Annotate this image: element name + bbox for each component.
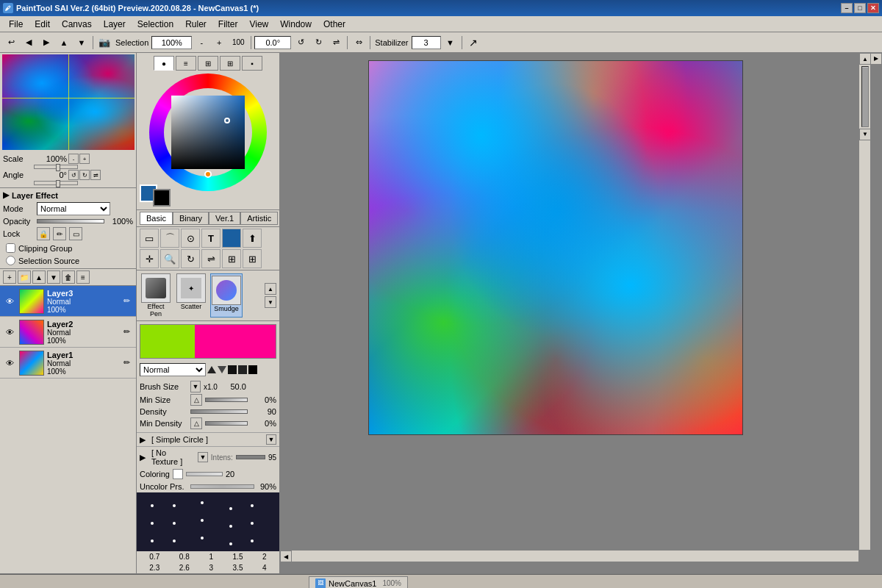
- angle-input[interactable]: [254, 36, 291, 49]
- scale-minus[interactable]: -: [68, 154, 79, 164]
- background-color[interactable]: [153, 189, 171, 207]
- layer-options-btn[interactable]: ≡: [76, 270, 90, 284]
- shape-triangle-down[interactable]: [218, 366, 226, 373]
- new-folder-btn[interactable]: 📁: [18, 270, 31, 284]
- layer-effect-header[interactable]: ▶ Layer Effect: [3, 190, 133, 201]
- close-button[interactable]: ✕: [867, 3, 879, 13]
- tab-newcanvas1[interactable]: 🖼 NewCanvas1 100%: [309, 576, 408, 588]
- h-scroll-left2[interactable]: ◀: [280, 551, 292, 562]
- brush-type-scatter[interactable]: ✦ Scatter: [175, 273, 207, 318]
- layer2-eye[interactable]: 👁: [3, 326, 16, 339]
- texture-dropdown[interactable]: ▼: [198, 452, 208, 462]
- tool-rotate[interactable]: ↻: [181, 249, 200, 268]
- selection-source-radio[interactable]: [6, 256, 15, 265]
- color-tab-swatches[interactable]: ⊞: [220, 56, 240, 71]
- layer2-pen[interactable]: ✏: [120, 326, 133, 339]
- intensity-slider[interactable]: [236, 455, 265, 459]
- shape-rect-dark[interactable]: [228, 365, 237, 374]
- v-scroll-thumb[interactable]: [862, 68, 868, 126]
- rotate-ccw-btn[interactable]: ↺: [68, 170, 79, 180]
- nav-right[interactable]: ▶: [38, 35, 54, 51]
- layer-item-1[interactable]: 👁 Layer1 Normal 100% ✏: [0, 348, 136, 379]
- menu-view[interactable]: View: [243, 18, 274, 31]
- zoom-minus[interactable]: -: [193, 35, 209, 51]
- tool-zoom[interactable]: 🔍: [160, 249, 179, 268]
- nav-left[interactable]: ◀: [21, 35, 37, 51]
- zoom-plus[interactable]: +: [211, 35, 227, 51]
- swap-colors[interactable]: ↕: [163, 189, 168, 199]
- nav-up[interactable]: ▲: [56, 35, 72, 51]
- tool-move[interactable]: ✛: [140, 249, 159, 268]
- color-tab-slider[interactable]: ≡: [176, 56, 196, 71]
- shape-rect-darkest[interactable]: [248, 365, 257, 374]
- layer1-pen[interactable]: ✏: [120, 356, 133, 370]
- shape-rect-black[interactable]: [238, 365, 247, 374]
- layer3-pen[interactable]: ✏: [120, 295, 133, 308]
- color-tab-wheel[interactable]: ●: [154, 56, 174, 71]
- shape-dropdown[interactable]: ▼: [266, 434, 276, 445]
- coloring-slider[interactable]: [186, 472, 223, 476]
- tool-color[interactable]: [222, 229, 241, 248]
- v-scroll-up[interactable]: ▲: [859, 53, 870, 65]
- uncolor-slider[interactable]: [190, 484, 254, 489]
- zoom-input[interactable]: [151, 36, 192, 49]
- layer1-eye[interactable]: 👁: [3, 356, 16, 370]
- menu-other[interactable]: Other: [318, 18, 351, 31]
- v-scroll-down[interactable]: ▼: [859, 129, 870, 140]
- layer-down-btn[interactable]: ▼: [47, 270, 60, 284]
- maximize-button[interactable]: □: [854, 3, 866, 13]
- min-density-slider[interactable]: [205, 421, 248, 426]
- tool-grid[interactable]: ⊞: [243, 249, 262, 268]
- layer-up-btn[interactable]: ▲: [32, 270, 46, 284]
- layer-item-3[interactable]: 👁 Layer3 Normal 100% ✏: [0, 286, 136, 317]
- tool-lasso[interactable]: ⌒: [160, 229, 179, 248]
- brush-type-effect-pen[interactable]: EffectPen: [140, 273, 172, 318]
- zoom-fit[interactable]: 100: [229, 35, 248, 51]
- menu-window[interactable]: Window: [274, 18, 318, 31]
- new-layer-btn[interactable]: +: [3, 270, 16, 284]
- color-tab-mixer[interactable]: ⊞: [198, 56, 218, 71]
- nav-down[interactable]: ▼: [74, 35, 90, 51]
- tool-magic-wand[interactable]: ⊙: [181, 229, 200, 248]
- stabilizer-input[interactable]: [412, 36, 441, 49]
- menu-selection[interactable]: Selection: [132, 18, 179, 31]
- v-scrollbar[interactable]: [861, 66, 869, 127]
- brush-tab-artistic[interactable]: Artistic: [240, 212, 278, 225]
- scale-slider[interactable]: [34, 165, 78, 169]
- density-slider[interactable]: [190, 409, 248, 414]
- brush-scroll-up[interactable]: ▲: [265, 283, 276, 295]
- angle-slider[interactable]: [34, 181, 78, 185]
- flip-h[interactable]: ⇌: [328, 35, 344, 51]
- opacity-slider[interactable]: [37, 219, 104, 223]
- layer3-eye[interactable]: 👁: [3, 295, 16, 308]
- shape-expand[interactable]: ▶: [140, 435, 148, 445]
- rotate-ccw[interactable]: ↺: [293, 35, 309, 51]
- menu-edit[interactable]: Edit: [29, 18, 56, 31]
- menu-filter[interactable]: Filter: [212, 18, 244, 31]
- tool-selection[interactable]: ▭: [140, 229, 159, 248]
- brush-tab-ver1[interactable]: Ver.1: [209, 212, 240, 225]
- tool-eyedropper[interactable]: ⬆: [243, 229, 262, 248]
- color-wheel[interactable]: [149, 74, 267, 191]
- flip-btn[interactable]: ⇌: [90, 170, 101, 180]
- color-tab-history[interactable]: ▪: [242, 56, 262, 71]
- stabilizer-dropdown[interactable]: ▼: [442, 35, 459, 51]
- scale-plus[interactable]: +: [79, 154, 90, 164]
- texture-expand[interactable]: ▶: [140, 453, 148, 462]
- expand-icon[interactable]: ⇔: [351, 35, 367, 51]
- brush-type-smudge[interactable]: Smudge: [210, 273, 243, 318]
- delete-layer-btn[interactable]: 🗑: [62, 270, 75, 284]
- rotate-cw[interactable]: ↻: [310, 35, 326, 51]
- canvas-scroll-right[interactable]: ▶: [870, 53, 882, 65]
- tool-cursor[interactable]: ↗: [465, 35, 481, 51]
- undo-button[interactable]: ↩: [3, 35, 19, 51]
- min-size-slider[interactable]: [205, 398, 248, 402]
- brush-tab-basic[interactable]: Basic: [140, 212, 173, 225]
- menu-canvas[interactable]: Canvas: [56, 18, 98, 31]
- menu-ruler[interactable]: Ruler: [179, 18, 212, 31]
- lock-icon-btn3[interactable]: ▭: [69, 227, 82, 240]
- lock-icon-btn1[interactable]: 🔒: [37, 227, 50, 240]
- menu-layer[interactable]: Layer: [98, 18, 132, 31]
- tool-text[interactable]: T: [201, 229, 220, 248]
- minimize-button[interactable]: –: [841, 3, 853, 13]
